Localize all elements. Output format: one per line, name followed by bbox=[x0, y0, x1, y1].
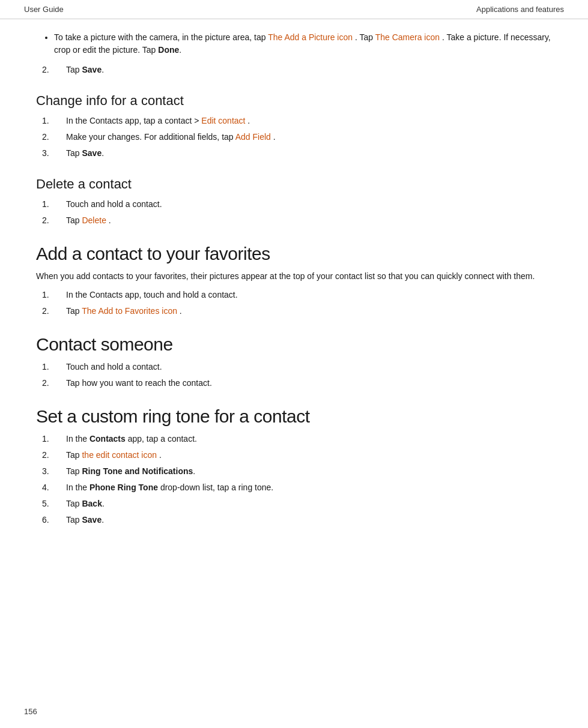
change-step-1: 1. In the Contacts app, tap a contact > … bbox=[36, 115, 552, 127]
ringtone-step-5: 5. Tap Back. bbox=[36, 498, 552, 510]
ringtone-step-num-4: 4. bbox=[36, 481, 66, 494]
change-step-text-3: Tap Save. bbox=[66, 147, 552, 160]
phone-ring-tone-bold: Phone Ring Tone bbox=[89, 483, 158, 492]
add-to-favorites-link: The Add to Favorites icon bbox=[82, 306, 177, 316]
contact-step-2: 2. Tap how you want to reach the contact… bbox=[36, 377, 552, 390]
custom-ringtone-heading: Set a custom ring tone for a contact bbox=[36, 406, 552, 427]
edit-contact-link: Edit contact bbox=[201, 116, 245, 125]
save-bold: Save bbox=[82, 65, 102, 74]
contact-step-text-1: Touch and hold a contact. bbox=[66, 361, 552, 373]
save-prefix: Tap bbox=[66, 65, 82, 74]
favorites-step-1: 1. In the Contacts app, touch and hold a… bbox=[36, 289, 552, 301]
contact-step-num-2: 2. bbox=[36, 377, 66, 390]
add-field-link: Add Field bbox=[235, 132, 271, 142]
contact-step-text-2: Tap how you want to reach the contact. bbox=[66, 377, 552, 390]
ringtone-step-4: 4. In the Phone Ring Tone drop-down list… bbox=[36, 481, 552, 494]
ringtone-save-bold: Save bbox=[82, 515, 102, 525]
bullet-mid: . Tap bbox=[353, 32, 375, 42]
add-favorites-intro: When you add contacts to your favorites,… bbox=[36, 270, 552, 283]
delete-link: Delete bbox=[82, 215, 106, 225]
step-num-2: 2. bbox=[36, 64, 66, 76]
header-right: Applications and features bbox=[476, 5, 564, 14]
change-step-3: 3. Tap Save. bbox=[36, 147, 552, 160]
bullet-list: To take a picture with the camera, in th… bbox=[54, 31, 552, 56]
ringtone-step-text-6: Tap Save. bbox=[66, 514, 552, 526]
step-tap-save-1: 2. Tap Save. bbox=[36, 64, 552, 76]
change-step-num-1: 1. bbox=[36, 115, 66, 127]
change-step-text-2: Make your changes. For additional fields… bbox=[66, 131, 552, 143]
page-number: 156 bbox=[24, 707, 37, 716]
add-favorites-heading: Add a contact to your favorites bbox=[36, 244, 552, 264]
delete-step-text-1: Touch and hold a contact. bbox=[66, 198, 552, 211]
change-step-text-1: In the Contacts app, tap a contact > Edi… bbox=[66, 115, 552, 127]
favorites-step-text-1: In the Contacts app, touch and hold a co… bbox=[66, 289, 552, 301]
step-text-save-1: Tap Save. bbox=[66, 64, 552, 76]
favorites-step-num-1: 1. bbox=[36, 289, 66, 301]
ring-tone-notifications-bold: Ring Tone and Notifications bbox=[82, 466, 193, 476]
ringtone-step-text-4: In the Phone Ring Tone drop-down list, t… bbox=[66, 481, 552, 494]
delete-step-2: 2. Tap Delete . bbox=[36, 214, 552, 227]
back-bold: Back bbox=[82, 499, 102, 508]
add-picture-icon-link: The Add a Picture icon bbox=[268, 32, 353, 42]
ringtone-step-num-3: 3. bbox=[36, 465, 66, 478]
contact-someone-heading: Contact someone bbox=[36, 334, 552, 355]
camera-icon-link: The Camera icon bbox=[375, 32, 440, 42]
contact-step-1: 1. Touch and hold a contact. bbox=[36, 361, 552, 373]
ringtone-step-num-1: 1. bbox=[36, 433, 66, 445]
delete-contact-heading: Delete a contact bbox=[36, 176, 552, 192]
favorites-step-text-2: Tap The Add to Favorites icon . bbox=[66, 305, 552, 317]
delete-step-1: 1. Touch and hold a contact. bbox=[36, 198, 552, 211]
delete-step-num-2: 2. bbox=[36, 214, 66, 227]
ringtone-step-text-2: Tap the edit contact icon . bbox=[66, 449, 552, 462]
ringtone-step-6: 6. Tap Save. bbox=[36, 514, 552, 526]
ringtone-step-text-3: Tap Ring Tone and Notifications. bbox=[66, 465, 552, 478]
ringtone-step-num-2: 2. bbox=[36, 449, 66, 462]
bullet-item: To take a picture with the camera, in th… bbox=[54, 31, 552, 56]
ringtone-step-3: 3. Tap Ring Tone and Notifications. bbox=[36, 465, 552, 478]
contacts-bold: Contacts bbox=[89, 434, 126, 444]
change-info-heading: Change info for a contact bbox=[36, 93, 552, 109]
ringtone-step-num-5: 5. bbox=[36, 498, 66, 510]
ringtone-step-2: 2. Tap the edit contact icon . bbox=[36, 449, 552, 462]
bullet-period: . bbox=[179, 45, 181, 55]
edit-contact-icon-link: the edit contact icon bbox=[82, 450, 157, 460]
header-left: User Guide bbox=[24, 5, 64, 14]
save-suffix: . bbox=[102, 65, 104, 74]
favorites-step-2: 2. Tap The Add to Favorites icon . bbox=[36, 305, 552, 317]
page-content: To take a picture with the camera, in th… bbox=[0, 19, 588, 554]
page-footer: 156 bbox=[24, 707, 37, 716]
favorites-step-num-2: 2. bbox=[36, 305, 66, 317]
delete-step-text-2: Tap Delete . bbox=[66, 214, 552, 227]
contact-step-num-1: 1. bbox=[36, 361, 66, 373]
page-header: User Guide Applications and features bbox=[0, 0, 588, 19]
ringtone-step-text-5: Tap Back. bbox=[66, 498, 552, 510]
bullet-text: To take a picture with the camera, in th… bbox=[54, 32, 268, 42]
ringtone-step-num-6: 6. bbox=[36, 514, 66, 526]
change-step-2: 2. Make your changes. For additional fie… bbox=[36, 131, 552, 143]
change-step-num-2: 2. bbox=[36, 131, 66, 143]
change-step-num-3: 3. bbox=[36, 147, 66, 160]
delete-step-num-1: 1. bbox=[36, 198, 66, 211]
ringtone-step-text-1: In the Contacts app, tap a contact. bbox=[66, 433, 552, 445]
change-save-bold: Save bbox=[82, 148, 102, 158]
done-bold: Done bbox=[158, 45, 179, 55]
ringtone-step-1: 1. In the Contacts app, tap a contact. bbox=[36, 433, 552, 445]
